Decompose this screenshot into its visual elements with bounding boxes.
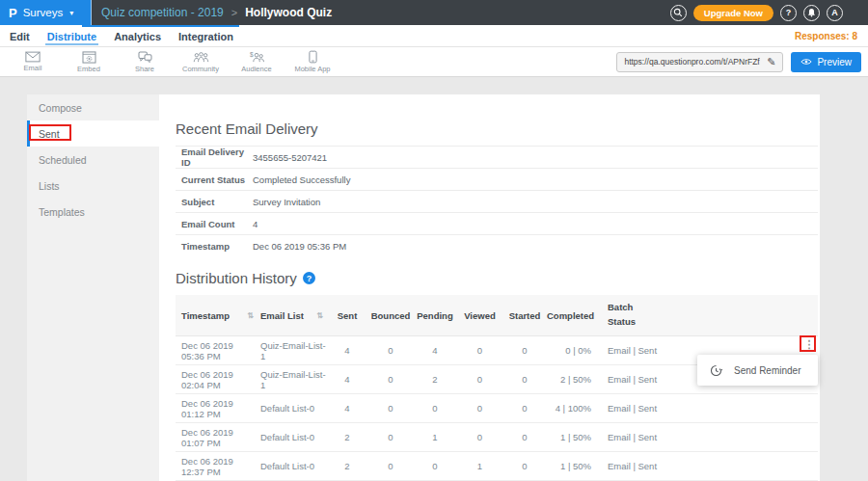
row-actions-menu-icon[interactable]: ⋮: [802, 337, 816, 352]
distribution-history-title: Distribution History ?: [176, 270, 820, 286]
mobile-app-icon: [309, 50, 317, 64]
cell-started: 0: [502, 374, 547, 385]
search-button[interactable]: [670, 5, 687, 21]
cell-email-list: Default List-0: [257, 461, 326, 471]
column-header-viewed: Viewed: [457, 310, 502, 321]
sort-icon[interactable]: ⇅: [247, 311, 257, 320]
cell-viewed: 0: [457, 345, 502, 356]
breadcrumb: Quiz competition - 2019 > Hollywood Quiz: [101, 6, 332, 19]
cell-viewed: 0: [457, 403, 502, 414]
tab-distribute[interactable]: Distribute: [45, 27, 98, 45]
info-label: Email Delivery ID: [176, 147, 253, 168]
help-button[interactable]: ?: [780, 5, 797, 21]
channel-share-button[interactable]: Share: [117, 50, 173, 73]
cell-viewed: 0: [457, 374, 502, 385]
cell-bounced: 0: [368, 374, 413, 385]
cell-email-list: Default List-0: [257, 432, 326, 442]
audience-icon: $: [249, 51, 265, 64]
channel-label: Mobile App: [294, 65, 330, 73]
cell-sent: 4: [326, 374, 368, 385]
cell-timestamp: Dec 06 2019 05:36 PM: [176, 340, 257, 361]
upgrade-now-button[interactable]: Upgrade Now: [693, 5, 773, 21]
product-label: Surveys: [23, 7, 64, 18]
share-icon: [138, 51, 152, 64]
survey-url-input[interactable]: [617, 57, 764, 67]
column-header-sent: Sent: [326, 310, 368, 321]
cell-started: 0: [502, 461, 547, 471]
edit-url-icon[interactable]: ✎: [764, 56, 782, 68]
channel-label: Embed: [77, 65, 100, 73]
topbar-actions: Upgrade Now ? A: [670, 5, 843, 21]
info-value: Survey Invitation: [253, 197, 320, 207]
embed-icon: [82, 51, 96, 64]
tab-analytics[interactable]: Analytics: [112, 27, 163, 45]
responses-count-link[interactable]: Responses: 8: [795, 31, 857, 41]
cell-batch-status: Email | Sent: [603, 432, 791, 442]
channel-label: Community: [182, 65, 219, 73]
sidebar-item-scheduled[interactable]: Scheduled: [27, 147, 159, 173]
cell-email-list: Default List-0: [257, 403, 326, 414]
chevron-down-icon: ▾: [69, 9, 73, 17]
info-label: Email Count: [176, 219, 253, 229]
channel-embed-button[interactable]: Embed: [61, 50, 117, 73]
info-label: Current Status: [176, 174, 253, 185]
toolbar-right: ✎ Preview: [616, 52, 861, 72]
community-icon: [193, 51, 209, 64]
tab-edit[interactable]: Edit: [8, 27, 32, 45]
cell-started: 0: [502, 432, 547, 442]
recent-delivery-title: Recent Email Delivery: [176, 94, 820, 137]
cell-completed: 1 | 50%: [547, 461, 603, 471]
channel-label: Share: [135, 65, 154, 73]
sidebar-item-compose[interactable]: Compose: [27, 94, 159, 120]
send-reminder-label: Send Reminder: [734, 365, 800, 376]
cell-viewed: 0: [457, 432, 502, 442]
product-switcher[interactable]: P Surveys ▾: [0, 0, 92, 25]
info-label: Timestamp: [176, 241, 253, 252]
cell-batch-status: Email | Sent: [603, 403, 791, 414]
nav-tabs: Edit Distribute Analytics Integration: [0, 27, 235, 45]
distribute-toolbar: Email Embed Share: [0, 47, 868, 77]
cell-bounced: 0: [368, 432, 413, 442]
account-avatar[interactable]: A: [827, 5, 843, 21]
sidebar-item-templates[interactable]: Templates: [27, 199, 159, 225]
main-content: Recent Email Delivery Email Delivery ID …: [159, 94, 820, 481]
distribution-history-label: Distribution History: [176, 270, 297, 286]
cell-sent: 2: [326, 461, 368, 471]
channel-mobile-app-button[interactable]: Mobile App: [285, 50, 340, 73]
cell-bounced: 0: [368, 403, 413, 414]
column-header-email-list[interactable]: Email List ⇅: [257, 310, 326, 321]
cell-pending: 0: [413, 403, 457, 414]
channel-label: Audience: [241, 65, 271, 73]
cell-batch-status: Email | Sent: [603, 461, 791, 471]
tab-integration[interactable]: Integration: [176, 27, 235, 45]
column-header-timestamp[interactable]: Timestamp ⇅: [176, 310, 257, 321]
info-row: Current Status Completed Successfully: [176, 168, 818, 190]
email-icon: [25, 51, 41, 63]
table-row: Dec 06 2019 01:07 PM Default List-0 2 0 …: [176, 423, 818, 452]
cell-completed: 1 | 50%: [547, 432, 603, 442]
cell-pending: 4: [413, 345, 457, 356]
notifications-button[interactable]: [803, 5, 820, 21]
sidebar-item-sent[interactable]: Sent: [27, 120, 159, 147]
table-header-row: Timestamp ⇅ Email List ⇅ Sent Bounced Pe…: [176, 295, 818, 336]
breadcrumb-separator: >: [231, 7, 237, 18]
sidebar-item-lists[interactable]: Lists: [27, 173, 159, 199]
svg-text:$: $: [250, 51, 254, 58]
cell-email-list: Quiz-Email-List-1: [257, 369, 326, 390]
row-actions-popup[interactable]: Send Reminder: [697, 355, 818, 386]
breadcrumb-survey-name: Hollywood Quiz: [245, 6, 332, 19]
cell-bounced: 0: [368, 345, 413, 356]
info-label: Subject: [176, 197, 253, 207]
top-bar: P Surveys ▾ Quiz competition - 2019 > Ho…: [0, 0, 868, 25]
progress-bar: [82, 25, 239, 27]
info-row: Timestamp Dec 06 2019 05:36 PM: [176, 234, 818, 256]
preview-button[interactable]: Preview: [791, 52, 861, 72]
cell-timestamp: Dec 06 2019 12:37 PM: [176, 456, 257, 477]
info-row: Subject Survey Invitation: [176, 190, 818, 212]
help-icon[interactable]: ?: [303, 272, 315, 284]
channel-audience-button[interactable]: $ Audience: [229, 50, 285, 73]
channel-email-button[interactable]: Email: [5, 50, 61, 73]
sort-icon[interactable]: ⇅: [316, 311, 326, 320]
breadcrumb-folder[interactable]: Quiz competition - 2019: [101, 6, 224, 19]
channel-community-button[interactable]: Community: [173, 50, 229, 73]
